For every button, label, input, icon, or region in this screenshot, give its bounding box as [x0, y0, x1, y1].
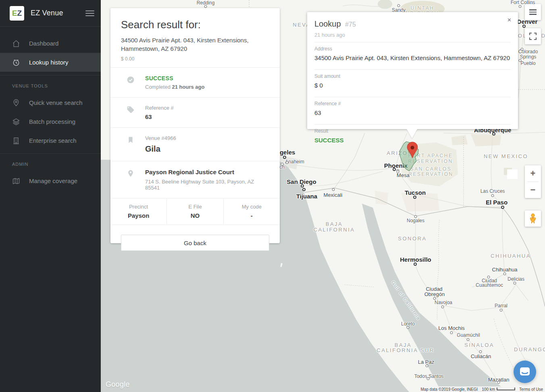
popup-title: Lookup: [314, 19, 341, 28]
map-label: UINTAH: [411, 5, 435, 11]
popup-tail: [407, 129, 417, 138]
chat-widget-button[interactable]: [514, 361, 536, 383]
map-label: Hermosillo: [400, 256, 431, 263]
card-title: Search result for:: [121, 19, 269, 31]
app-title: EZ Venue: [31, 9, 85, 17]
city-dot: [479, 350, 482, 353]
google-logo[interactable]: Google: [106, 380, 130, 389]
close-icon[interactable]: ✕: [505, 16, 513, 24]
venue-label: Venue #4966: [145, 135, 176, 141]
map-label: SINALOA: [464, 342, 494, 348]
city-dot: [433, 297, 436, 300]
city-dot: [441, 306, 444, 309]
sidebar-collapse-icon[interactable]: [85, 9, 94, 18]
zoom-in-button[interactable]: +: [525, 165, 541, 181]
pegman-button[interactable]: [525, 211, 541, 227]
tag-icon: [127, 106, 135, 114]
section-venue-tools: VENUE TOOLS: [0, 75, 101, 93]
city-dot: [301, 184, 304, 188]
map-label: Navojoa: [435, 300, 452, 305]
map-label: Pueblo: [520, 60, 535, 66]
lookup-info-popup: ✕ Lookup #75 21 hours ago Address 34500 …: [307, 12, 518, 129]
map-label: Los Mochis: [438, 325, 465, 331]
city-dot: [519, 5, 522, 8]
city-dot: [500, 309, 503, 312]
city-dot: [414, 215, 417, 218]
map-label: Guamúchil: [457, 332, 480, 338]
city-dot: [503, 273, 506, 275]
sidebar-item-manage-coverage[interactable]: Manage coverage: [0, 171, 101, 190]
city-dot: [491, 194, 494, 197]
zoom-control: + −: [525, 165, 541, 198]
city-dot: [281, 163, 284, 166]
sidebar-item-dashboard[interactable]: Dashboard: [0, 34, 101, 53]
map-label: CHIHUAHUA: [491, 253, 531, 259]
city-dot: [514, 282, 516, 285]
city-dot: [397, 4, 400, 7]
status-badge: SUCCESS: [145, 75, 204, 81]
sidebar-item-enterprise-search[interactable]: Enterprise search: [0, 131, 101, 150]
map-label: DURANGO: [514, 346, 545, 352]
sidebar-item-lookup-history[interactable]: Lookup history: [0, 53, 101, 72]
popup-id: #75: [345, 21, 356, 28]
venue-value: Gila: [145, 144, 176, 154]
hamburger-icon: [529, 8, 537, 16]
search-address: 34500 Avis Prairie Apt. 043, Kirsten Ext…: [121, 36, 269, 53]
map-label: Cuauhtemoc: [476, 282, 503, 288]
stats-row: Precinct Payson E File NO My code -: [110, 198, 280, 225]
map-label: Parral: [495, 303, 508, 309]
map-label: La Paz: [418, 359, 434, 365]
fullscreen-button[interactable]: [525, 28, 541, 44]
popup-field-address: Address 34500 Avis Prairie Apt. 043, Kir…: [314, 42, 511, 65]
map-label: Culiacán: [471, 353, 491, 359]
reference-value: 63: [145, 113, 174, 120]
map-label: Springs: [520, 54, 537, 60]
city-dot: [497, 381, 500, 384]
sidebar-item-batch-processing[interactable]: Batch processing: [0, 112, 101, 131]
building-icon: [12, 137, 20, 145]
map-label: RESERVATION: [408, 171, 453, 177]
sidebar-item-quick-venue-search[interactable]: Quick venue search: [0, 93, 101, 112]
map-label: Tucson: [405, 189, 426, 196]
bookmark-icon: [127, 136, 135, 144]
search-amount: $ 0.00: [121, 56, 269, 62]
venue-row: Venue #4966 Gila: [110, 127, 280, 161]
stat-efile: E File NO: [167, 198, 223, 225]
reference-row: Reference # 63: [110, 97, 280, 127]
map-label: Chihuahua: [492, 267, 518, 273]
map-label: BAJA: [326, 221, 343, 227]
map-label: San Diego: [287, 178, 316, 185]
city-dot: [283, 156, 286, 159]
search-result-card: Search result for: 34500 Avis Prairie Ap…: [110, 8, 280, 243]
map-label: NEW MEXICO: [484, 153, 528, 159]
city-dot: [522, 25, 526, 28]
map-label: El Paso: [486, 199, 508, 206]
court-row: Payson Regional Justice Court 714 S. Bee…: [110, 161, 280, 198]
pegman-icon: [528, 213, 537, 224]
city-dot: [407, 326, 410, 329]
stat-precinct: Precinct Payson: [110, 198, 167, 225]
map-label: Mexicali: [324, 192, 343, 198]
map-label: Las Cruces: [481, 188, 505, 194]
city-dot: [426, 365, 429, 367]
history-clock-icon: [12, 58, 20, 67]
map-label: CALIFORNIA: [313, 227, 355, 233]
go-back-button[interactable]: Go back: [121, 235, 269, 251]
scale-label: 100 km: [482, 387, 495, 392]
popup-field-reference: Reference # 63: [314, 97, 511, 120]
city-dot: [414, 263, 417, 266]
map-label: RESERVATION: [408, 158, 453, 164]
terms-of-use-link[interactable]: Terms of Use: [517, 386, 545, 392]
court-address: 714 S. Beeline Highway Suite 103, Payson…: [145, 179, 269, 191]
map-label: CALIFORNIA SUR: [377, 347, 434, 353]
city-dot: [204, 5, 207, 8]
map-menu-button[interactable]: [525, 4, 541, 20]
app-root: EZ EZ Venue Dashboard Lookup history VEN…: [0, 0, 545, 392]
status-completed: Completed 21 hours ago: [145, 84, 204, 90]
map-label: FORT APACHE: [408, 153, 453, 158]
map-label: Tijuana: [296, 193, 317, 200]
fullscreen-icon: [529, 33, 537, 40]
map-icon: [12, 177, 20, 185]
popup-field-suit-amount: Suit amount $ 0: [314, 69, 511, 93]
zoom-out-button[interactable]: −: [525, 182, 541, 198]
